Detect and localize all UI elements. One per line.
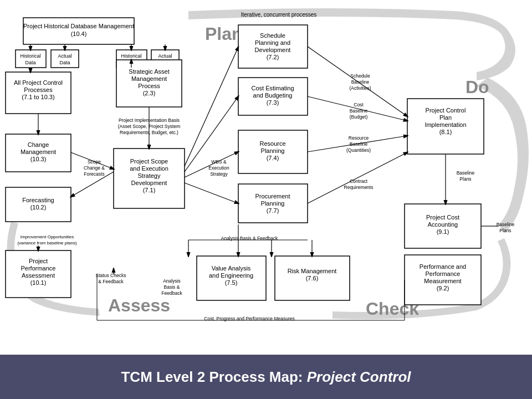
baseline-plans-r-text1: Baseline xyxy=(497,222,515,227)
change-text2: Management xyxy=(21,149,56,155)
conn-scope-proc xyxy=(185,183,238,203)
value-text1: Value Analysis xyxy=(212,265,251,272)
schedule-text1: Schedule xyxy=(260,32,285,39)
schedule-text3: Development xyxy=(255,47,291,53)
cost-text3: (7.3) xyxy=(267,99,279,106)
conn-scope-sched xyxy=(185,47,238,166)
historical-db-text: Project Historical Database Management xyxy=(23,23,134,29)
scope-change-text3: Forecasts xyxy=(84,171,104,177)
project-scope-text1: Project Scope xyxy=(130,158,168,165)
procurement-text1: Procurement xyxy=(255,193,290,200)
perf-meas-text2: Performance xyxy=(426,270,461,277)
baseline-plans-text1: Baseline xyxy=(457,170,475,176)
resource-text2: Planning xyxy=(261,147,285,154)
footer-title-main: TCM Level 2 Process Map: xyxy=(121,369,306,385)
all-project-text3: (7.1 to 10.3) xyxy=(22,94,54,100)
sched-baseline-text1: Schedule xyxy=(350,73,370,79)
actual-data-1-text2: Data xyxy=(59,60,70,65)
analysis-basis-left-text2: Basis & xyxy=(164,284,180,290)
forecasting-text2: (10.2) xyxy=(30,204,47,211)
contract-req-text2: Requirements xyxy=(344,185,374,190)
cost-acct-text2: Accounting xyxy=(428,221,458,228)
cost-baseline-text2: Baseline xyxy=(350,108,368,114)
control-plan-text1: Project Control xyxy=(426,107,466,114)
impl-basis-text3: Requirements, Budget, etc.) xyxy=(120,130,178,135)
risk-text2: (7.6) xyxy=(306,275,319,282)
sched-baseline-text3: (Activities) xyxy=(349,85,371,91)
wbs-text2: Execution xyxy=(208,165,229,171)
actual-data-2-text1: Actual xyxy=(158,53,172,59)
impl-basis-text2: (Asset Scope, Project System xyxy=(118,124,180,129)
footer-title-italic: Project Control xyxy=(307,369,411,385)
perf-text4: (10.1) xyxy=(30,279,47,286)
forecasting-text1: Forecasting xyxy=(22,197,54,203)
diagram-area: Plan Do Assess Check Iterative, concurre… xyxy=(0,0,532,355)
resource-text1: Resource xyxy=(259,140,285,147)
wbs-text3: Strategy xyxy=(210,171,228,177)
cost-acct-text1: Project Cost xyxy=(426,214,459,221)
hist-data-1-text1: Historical xyxy=(20,53,40,59)
do-label: Do xyxy=(466,77,489,97)
strategic-text2: Management xyxy=(131,75,167,82)
project-scope-text4: Development xyxy=(131,180,167,186)
project-scope-text3: Strategy xyxy=(138,172,161,179)
cost-text1: Cost Estimating xyxy=(251,85,294,91)
procurement-text2: Planning xyxy=(261,200,285,207)
value-text2: and Engineering xyxy=(209,272,253,279)
resource-text3: (7.4) xyxy=(267,155,279,161)
cost-baseline-text3: (Budget) xyxy=(350,114,368,120)
resource-baseline-text2: Baseline xyxy=(350,141,368,147)
resource-baseline-text3: (Quantities) xyxy=(346,147,371,153)
schedule-text2: Planning and xyxy=(255,39,290,46)
control-plan-text4: (8.1) xyxy=(439,129,452,135)
status-checks-text2: & Feedback xyxy=(98,279,124,284)
historical-db-num: (10.4) xyxy=(71,30,87,37)
analysis-basis-left-text3: Feedback xyxy=(161,290,182,296)
perf-text1: Project xyxy=(29,258,48,264)
baseline-plans-r-text2: Plans xyxy=(499,228,511,233)
schedule-text4: (7.2) xyxy=(267,54,279,60)
plan-label: Plan xyxy=(205,24,243,44)
project-scope-text5: (7.1) xyxy=(143,187,156,193)
hist-data-2-text1: Historical xyxy=(121,53,141,59)
footer-title: TCM Level 2 Process Map: Project Control xyxy=(121,369,411,386)
strategic-text3: Process xyxy=(138,83,160,89)
contract-req-text1: Contract xyxy=(350,178,368,184)
perf-text3: Assessment xyxy=(22,272,55,279)
wbs-text1: WBS & xyxy=(211,159,227,165)
control-plan-text3: Implementation xyxy=(424,121,466,128)
main-container: Plan Do Assess Check Iterative, concurre… xyxy=(0,0,532,399)
strategic-text1: Strategic Asset xyxy=(129,68,169,75)
strategic-text4: (2.3) xyxy=(143,90,156,96)
improvement-text2: (variance from baseline plans) xyxy=(17,241,76,245)
diagram-svg: Plan Do Assess Check Iterative, concurre… xyxy=(0,0,532,355)
perf-meas-text3: Measurement xyxy=(424,278,461,284)
all-project-text2: Processes xyxy=(24,86,53,93)
sched-baseline-text2: Baseline xyxy=(351,79,370,85)
change-text3: (10.3) xyxy=(30,156,47,162)
resource-baseline-text1: Resource xyxy=(349,135,369,141)
risk-text1: Risk Management xyxy=(288,268,337,274)
perf-meas-text4: (9.2) xyxy=(437,285,449,291)
perf-meas-text1: Performance and xyxy=(420,263,466,270)
assess-label: Assess xyxy=(108,295,170,315)
footer-bar: TCM Level 2 Process Map: Project Control xyxy=(0,355,532,399)
value-text3: (7.5) xyxy=(225,279,238,286)
perf-text2: Performance xyxy=(21,265,56,272)
cost-acct-text3: (9.1) xyxy=(437,228,449,235)
analysis-basis-left-text1: Analysis xyxy=(163,278,181,284)
control-plan-text2: Plan xyxy=(439,114,452,121)
conn-proc-plan xyxy=(308,152,407,203)
cost-text2: and Budgeting xyxy=(253,92,293,99)
improvement-text1: Improvement Opportunities xyxy=(21,234,74,239)
procurement-text3: (7.7) xyxy=(267,207,279,214)
impl-basis-text1: Project Implementation Basis xyxy=(119,117,180,123)
all-project-text1: All Project Control xyxy=(14,79,63,86)
iterative-label: Iterative, concurrent processes xyxy=(241,12,317,18)
status-checks-text1: Status Checks xyxy=(96,273,126,278)
baseline-plans-text2: Plans xyxy=(459,176,471,182)
hist-data-1-text2: Data xyxy=(25,60,35,65)
scope-change-text2: Change & xyxy=(84,165,105,171)
cost-baseline-text1: Cost xyxy=(354,102,364,108)
actual-data-1-text1: Actual xyxy=(58,53,71,59)
